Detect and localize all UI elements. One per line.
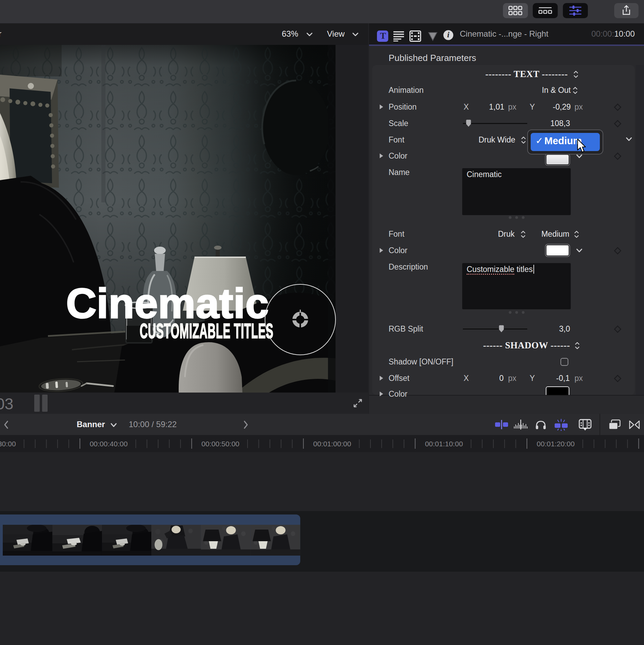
svg-text:00:01:20:00: 00:01:20:00 (537, 440, 575, 448)
svg-text:00:00:40:00: 00:00:40:00 (90, 440, 128, 448)
svg-text:00:00:30:00: 00:00:30:00 (0, 440, 16, 448)
svg-text:00:01:00:00: 00:01:00:00 (313, 440, 351, 448)
svg-text:00:00:50:00: 00:00:50:00 (201, 440, 239, 448)
svg-text:00:01:10:00: 00:01:10:00 (425, 440, 463, 448)
